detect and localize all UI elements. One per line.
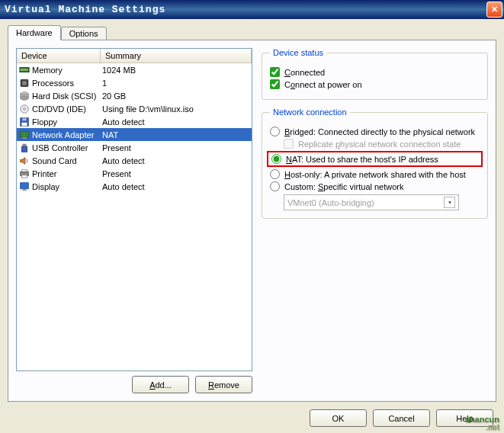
- device-row[interactable]: Hard Disk (SCSI)20 GB: [17, 89, 252, 102]
- svg-rect-2: [22, 69, 24, 71]
- connect-poweron-label[interactable]: Connect at power on: [284, 80, 362, 89]
- bridged-label[interactable]: Bridged: Connected directly to the physi…: [284, 127, 475, 136]
- memory-icon: [18, 64, 30, 76]
- close-button[interactable]: ✕: [486, 2, 502, 18]
- svg-rect-29: [23, 188, 26, 190]
- ok-button[interactable]: OK: [310, 409, 367, 427]
- device-name: USB Controller: [32, 143, 102, 152]
- device-list[interactable]: Device Summary Memory1024 MBProcessors1H…: [16, 48, 252, 371]
- device-summary: NAT: [102, 130, 250, 140]
- add-button[interactable]: Add...: [132, 376, 189, 393]
- device-status-group: Device status Connected Connect at power…: [262, 48, 488, 100]
- nat-label[interactable]: NAT: Used to share the host's IP address: [286, 155, 438, 164]
- device-summary: Auto detect: [102, 182, 250, 191]
- svg-point-15: [21, 96, 29, 100]
- tab-panel: Device Summary Memory1024 MBProcessors1H…: [8, 40, 496, 402]
- device-row[interactable]: CD/DVD (IDE)Using file D:\vm\linux.iso: [17, 102, 252, 115]
- svg-rect-30: [22, 190, 27, 191]
- device-name: Sound Card: [32, 156, 102, 165]
- floppy-icon: [18, 116, 30, 128]
- svg-rect-22: [22, 136, 26, 139]
- svg-rect-3: [24, 69, 26, 71]
- device-name: CD/DVD (IDE): [32, 104, 102, 114]
- titlebar: Virtual Machine Settings ✕: [0, 0, 504, 19]
- device-name: Processors: [32, 79, 102, 88]
- col-device-header[interactable]: Device: [17, 49, 101, 63]
- device-buttons: Add... Remove: [16, 376, 252, 393]
- device-name: Floppy: [32, 117, 102, 127]
- nat-highlight: NAT: Used to share the host's IP address: [267, 151, 483, 167]
- device-name: Memory: [32, 66, 102, 75]
- device-status-legend: Device status: [270, 48, 326, 57]
- device-summary: 20 GB: [102, 91, 250, 101]
- cpu-icon: [18, 77, 30, 89]
- device-row[interactable]: Sound CardAuto detect: [17, 154, 252, 167]
- svg-rect-24: [22, 146, 27, 152]
- tab-hardware[interactable]: Hardware: [8, 25, 61, 40]
- hdd-icon: [18, 90, 30, 102]
- custom-radio[interactable]: [270, 181, 280, 191]
- settings-column: Device status Connected Connect at power…: [262, 48, 488, 393]
- connected-label[interactable]: Connected: [284, 68, 325, 77]
- device-row[interactable]: Network AdapterNAT: [17, 128, 252, 141]
- svg-rect-20: [22, 122, 27, 125]
- close-icon: ✕: [491, 5, 498, 14]
- svg-rect-21: [21, 131, 29, 136]
- device-row[interactable]: PrinterPresent: [17, 167, 252, 180]
- device-summary: 1: [102, 79, 250, 88]
- device-summary: Auto detect: [102, 117, 250, 127]
- device-row[interactable]: USB ControllerPresent: [17, 141, 252, 154]
- device-summary: Auto detect: [102, 156, 250, 165]
- device-row[interactable]: FloppyAuto detect: [17, 115, 252, 128]
- replicate-checkbox: [284, 139, 294, 149]
- network-connection-group: Network connection Bridged: Connected di…: [262, 107, 488, 219]
- tab-bar: Hardware Options: [8, 25, 496, 40]
- connect-poweron-checkbox[interactable]: [270, 79, 280, 89]
- nic-icon: [18, 129, 30, 141]
- usb-icon: [18, 142, 30, 154]
- device-summary: Using file D:\vm\linux.iso: [102, 104, 250, 114]
- hostonly-radio[interactable]: [270, 169, 280, 179]
- tab-options[interactable]: Options: [61, 27, 107, 40]
- replicate-label: Replicate physical network connection st…: [298, 140, 461, 149]
- remove-button[interactable]: Remove: [195, 376, 252, 393]
- svg-rect-4: [27, 69, 28, 71]
- cd-icon: [18, 103, 30, 115]
- sound-icon: [18, 155, 30, 167]
- connected-checkbox[interactable]: [270, 67, 280, 77]
- device-name: Printer: [32, 169, 102, 178]
- window-title: Virtual Machine Settings: [5, 4, 486, 15]
- device-row[interactable]: Memory1024 MB: [17, 63, 252, 76]
- device-column: Device Summary Memory1024 MBProcessors1H…: [16, 48, 252, 393]
- bridged-radio[interactable]: [270, 127, 280, 136]
- svg-rect-1: [21, 69, 22, 71]
- display-icon: [18, 181, 30, 193]
- svg-rect-28: [21, 182, 29, 188]
- custom-network-select: VMnet0 (Auto-bridging) ▾: [284, 194, 459, 210]
- custom-label[interactable]: Custom: Specific virtual network: [284, 182, 404, 191]
- device-summary: Present: [102, 169, 250, 178]
- list-body: Memory1024 MBProcessors1Hard Disk (SCSI)…: [17, 63, 252, 193]
- help-button[interactable]: Help: [436, 409, 493, 427]
- dialog-content: Hardware Options Device Summary Memory10…: [0, 19, 504, 433]
- svg-point-17: [24, 107, 26, 110]
- device-name: Hard Disk (SCSI): [32, 91, 102, 101]
- chevron-down-icon: ▾: [444, 197, 455, 208]
- device-name: Network Adapter: [32, 130, 102, 140]
- nat-radio[interactable]: [271, 154, 281, 164]
- network-legend: Network connection: [270, 107, 350, 117]
- svg-rect-23: [22, 143, 26, 146]
- device-row[interactable]: Processors1: [17, 76, 252, 89]
- custom-network-value: VMnet0 (Auto-bridging): [287, 198, 374, 207]
- list-header: Device Summary: [17, 49, 252, 63]
- svg-rect-19: [22, 117, 26, 120]
- printer-icon: [18, 168, 30, 180]
- device-name: Display: [32, 182, 102, 191]
- device-summary: Present: [102, 143, 250, 152]
- svg-rect-6: [22, 81, 26, 85]
- device-row[interactable]: DisplayAuto detect: [17, 180, 252, 193]
- hostonly-label[interactable]: Host-only: A private network shared with…: [284, 170, 466, 179]
- cancel-button[interactable]: Cancel: [373, 409, 430, 427]
- device-summary: 1024 MB: [102, 66, 250, 75]
- col-summary-header[interactable]: Summary: [101, 49, 252, 63]
